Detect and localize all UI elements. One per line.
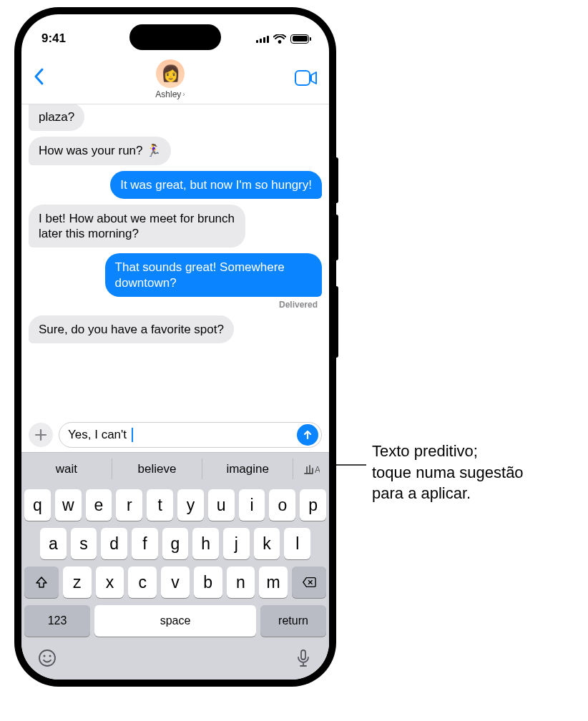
message-incoming[interactable]: Sure, do you have a favorite spot? [29,315,234,343]
svg-rect-1 [295,71,310,85]
key-e[interactable]: e [86,489,112,521]
facetime-button[interactable] [295,70,318,89]
delivered-label: Delivered [279,300,322,310]
keyboard-bottom-row [24,644,326,678]
power-button [334,286,338,358]
key-q[interactable]: q [24,489,51,521]
callout-line-1: Texto preditivo; [372,442,478,460]
chevron-right-icon: › [182,90,185,98]
text-cursor [132,428,133,442]
callout-text: Texto preditivo; toque numa sugestão par… [372,441,572,504]
key-c[interactable]: c [128,566,157,598]
message-incoming[interactable]: plaza? [29,104,84,131]
key-row-1: q w e r t y u i o p [24,489,326,521]
suggestion-2[interactable]: believe [112,453,202,485]
dictation-button[interactable] [293,648,313,671]
key-v[interactable]: v [161,566,190,598]
key-z[interactable]: z [63,566,92,598]
contact-button[interactable]: 👩 Ashley› [155,59,185,99]
message-outgoing[interactable]: That sounds great! Somewhere downtown? [105,253,322,297]
svg-point-5 [49,655,52,657]
key-row-3: z x c v b n m [24,566,326,598]
key-t[interactable]: t [147,489,173,521]
suggestion-1[interactable]: wait [21,453,112,485]
key-r[interactable]: r [116,489,142,521]
key-p[interactable]: p [300,489,326,521]
message-incoming[interactable]: How was your run? 🏃‍♀️ [29,137,171,165]
key-o[interactable]: o [269,489,295,521]
key-a[interactable]: a [40,528,67,559]
back-button[interactable] [33,67,46,91]
key-s[interactable]: s [71,528,97,559]
dynamic-island [129,24,221,50]
svg-text:A: A [315,465,320,475]
keyboard: q w e r t y u i o p a s d f g h [21,485,329,680]
key-g[interactable]: g [162,528,189,559]
send-button[interactable] [297,424,318,446]
predictive-bar: wait believe imagine A [21,452,329,485]
message-outgoing[interactable]: It was great, but now I'm so hungry! [110,171,322,199]
svg-point-0 [278,40,280,42]
key-b[interactable]: b [194,566,222,598]
callout-line-2: toque numa sugestão [372,464,524,481]
volume-up-button [334,157,338,203]
wifi-icon [273,34,286,44]
key-f[interactable]: f [132,528,158,559]
key-y[interactable]: y [177,489,204,521]
key-w[interactable]: w [55,489,82,521]
key-i[interactable]: i [239,489,265,521]
message-list[interactable]: plaza? How was your run? 🏃‍♀️ It was gre… [21,104,329,419]
message-input-text: Yes, I can't [68,428,130,441]
key-row-2: a s d f g h j k l [24,528,326,559]
compose-row: Yes, I can't [21,419,329,452]
key-u[interactable]: u [208,489,235,521]
shift-key[interactable] [24,566,59,598]
contact-name: Ashley [155,89,181,99]
key-m[interactable]: m [259,566,288,598]
volume-down-button [334,215,338,260]
svg-rect-6 [301,650,305,659]
key-row-4: 123 space return [24,605,326,637]
status-time: 9:41 [41,31,66,46]
emoji-button[interactable] [37,648,57,671]
key-x[interactable]: x [96,566,124,598]
callout-leader [330,447,372,490]
conversation-header: 👩 Ashley› [21,54,329,104]
backspace-key[interactable] [292,566,326,598]
message-incoming[interactable]: I bet! How about we meet for brunch late… [29,205,245,248]
suggestion-3[interactable]: imagine [202,453,293,485]
battery-icon [290,34,309,44]
return-key[interactable]: return [260,605,326,637]
key-j[interactable]: j [223,528,250,559]
key-k[interactable]: k [254,528,280,559]
svg-point-3 [39,650,55,666]
space-key[interactable]: space [94,605,256,637]
phone-frame: 9:41 👩 Ashley› [14,7,336,687]
cellular-icon [256,34,269,43]
key-l[interactable]: l [284,528,310,559]
avatar: 👩 [156,59,185,88]
numbers-key[interactable]: 123 [24,605,90,637]
key-n[interactable]: n [227,566,255,598]
key-h[interactable]: h [192,528,219,559]
sticker-suggestion-button[interactable]: A [293,453,329,485]
callout-line-3: para a aplicar. [372,484,471,502]
apps-button[interactable] [29,423,53,447]
message-input[interactable]: Yes, I can't [59,422,322,448]
key-d[interactable]: d [101,528,127,559]
svg-point-4 [44,655,46,657]
